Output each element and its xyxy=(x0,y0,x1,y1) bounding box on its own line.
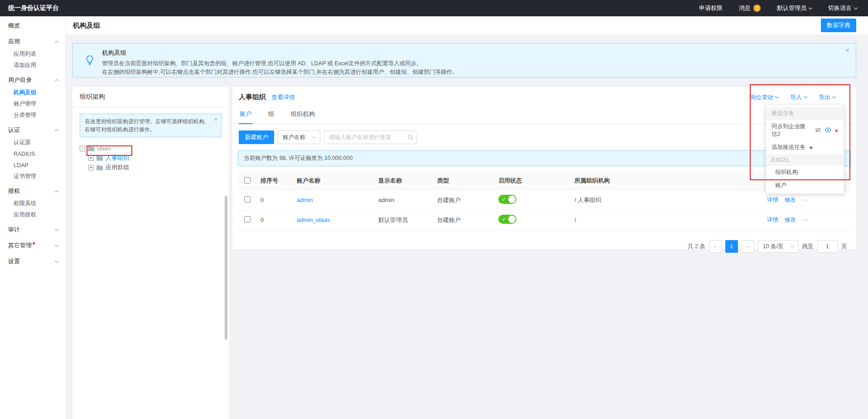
import-menu[interactable]: 导入 xyxy=(790,93,807,101)
table-row: 0 admin_idaas 默认管理员 自建账户 ✓ xyxy=(238,210,851,230)
sidebar-item-add-app[interactable]: 添加应用 xyxy=(0,60,65,71)
sidebar-group-user-directory[interactable]: 用户目录 xyxy=(0,73,65,87)
page-header: 机构及组 数据字典 xyxy=(66,16,868,34)
tab-accounts[interactable]: 账户 xyxy=(239,106,253,124)
detail-actions: 岗位变动 导入 导出 xyxy=(750,93,835,101)
delete-icon[interactable]: × xyxy=(834,128,838,134)
menu-item-export-org[interactable]: 组织机构 xyxy=(766,166,844,179)
account-name-link[interactable]: admin_idaas xyxy=(297,217,330,223)
view-details-link[interactable]: 查看详情 xyxy=(271,93,295,101)
account-search-input[interactable] xyxy=(324,130,417,144)
sidebar-group-other-mgmt[interactable]: 其它管理 xyxy=(0,239,65,252)
row-checkbox[interactable] xyxy=(244,216,251,222)
sidebar-group-authentication[interactable]: 认证 xyxy=(0,123,65,137)
folder-icon xyxy=(96,155,103,161)
chevron-down-icon xyxy=(809,5,812,9)
content: 机构及组 管理员在当前页面对组织架构、部门及其包含的组、账户进行管理,也可以使用… xyxy=(66,34,868,419)
sidebar-item-ldap[interactable]: LDAP xyxy=(0,159,65,171)
org-tip-box: 在这里对组织架构进行管理。左键可选择组织机构,右键可对组织机构进行操作。 × xyxy=(80,114,222,137)
sidebar-item-app-authorization[interactable]: 应用授权 xyxy=(0,209,65,221)
table-row: 0 admin admin 自建账户 ✓ / xyxy=(238,190,851,210)
position-change-menu[interactable]: 岗位变动 xyxy=(750,93,778,101)
tree-node-personnel-org[interactable]: + 人事组织 xyxy=(88,153,222,163)
scrollbar[interactable] xyxy=(225,196,227,340)
tree-node-root[interactable]: - idaas xyxy=(80,144,222,153)
sidebar-item-radius[interactable]: RADIUS xyxy=(0,148,65,159)
collapse-icon[interactable]: - xyxy=(80,146,85,151)
sidebar-group-audit[interactable]: 审计 xyxy=(0,223,65,236)
messages-link[interactable]: 消息 3 xyxy=(739,4,761,12)
org-structure-panel: 组织架构 在这里对组织架构进行管理。左键可选择组织机构,右键可对组织机构进行操作… xyxy=(72,87,229,419)
apply-permission-link[interactable]: 申请权限 xyxy=(699,4,723,12)
menu-item-add-push-task[interactable]: 添加推送任务 + xyxy=(766,141,844,154)
check-icon: ✓ xyxy=(502,216,506,223)
license-quota-notice: 当前账户数为 98, 许可证额度为 10,000,000 xyxy=(238,150,851,166)
expand-icon[interactable]: + xyxy=(88,155,94,161)
enabled-toggle[interactable]: ✓ xyxy=(498,195,516,204)
sidebar: 概览 应用 应用列表 添加应用 用户目录 机构及组 账户管理 分类管理 认证 认… xyxy=(0,16,66,419)
plus-icon[interactable]: + xyxy=(809,144,813,151)
accounts-table: 排序号 账户名称 显示名称 类型 启用状态 所属组织机构 操作 xyxy=(238,172,851,230)
row-checkbox[interactable] xyxy=(244,196,251,202)
sidebar-item-account-mgmt[interactable]: 账户管理 xyxy=(0,98,65,110)
sidebar-item-category-mgmt[interactable]: 分类管理 xyxy=(0,110,65,121)
export-menu[interactable]: 导出 xyxy=(819,93,835,101)
sidebar-item-permission-system[interactable]: 权限系统 xyxy=(0,198,65,209)
sidebar-item-cert-mgmt[interactable]: 证书管理 xyxy=(0,171,65,182)
check-icon: ✓ xyxy=(502,196,506,203)
close-icon[interactable]: × xyxy=(845,47,849,53)
data-dictionary-button[interactable]: 数据字典 xyxy=(821,19,856,32)
table-header-row: 排序号 账户名称 显示名称 类型 启用状态 所属组织机构 操作 xyxy=(238,172,851,190)
sync-icon[interactable] xyxy=(815,127,821,134)
language-menu[interactable]: 切换语言 xyxy=(828,4,857,12)
edit-link[interactable]: 修改 xyxy=(785,197,796,203)
sidebar-group-authorization[interactable]: 授权 xyxy=(0,184,65,198)
menu-item-export-accounts[interactable]: 账户 xyxy=(766,179,844,192)
page-size-select[interactable]: 10 条/页 xyxy=(758,240,799,253)
chevron-down-icon xyxy=(790,244,794,247)
chevron-down-icon xyxy=(312,135,316,138)
sidebar-item-overview[interactable]: 概览 xyxy=(0,19,65,33)
chevron-up-icon xyxy=(55,129,58,132)
detail-tabs: 账户 组 组织机构 xyxy=(232,106,856,124)
page-number-button[interactable]: 1 xyxy=(725,240,738,253)
eye-icon[interactable] xyxy=(825,127,831,134)
personnel-org-panel: 人事组织 查看详情 岗位变动 导入 导出 账户 组 组织机构 xyxy=(232,87,856,249)
menu-item-sync-wecom[interactable]: 同步到企业微信2 × xyxy=(766,120,844,141)
chevron-down-icon xyxy=(55,243,58,246)
sidebar-item-auth-source[interactable]: 认证源 xyxy=(0,137,65,148)
toggle-knob xyxy=(508,196,516,203)
sidebar-group-application[interactable]: 应用 xyxy=(0,35,65,48)
tree-children: + 人事组织 + 应用群组 xyxy=(88,153,222,172)
tab-org-structure[interactable]: 组织机构 xyxy=(290,106,316,124)
col-header-organization: 所属组织机构 xyxy=(571,172,763,190)
more-actions-button[interactable]: ··· xyxy=(802,217,809,223)
edit-link[interactable]: 修改 xyxy=(785,217,796,223)
tab-groups[interactable]: 组 xyxy=(267,106,275,124)
detail-link[interactable]: 详情 xyxy=(767,197,778,203)
detail-link[interactable]: 详情 xyxy=(767,217,778,223)
chevron-up-icon xyxy=(55,79,58,82)
prev-page-button[interactable]: ‹ xyxy=(709,240,722,253)
menu-item-icons: × xyxy=(815,127,838,134)
sidebar-item-org-and-groups[interactable]: 机构及组 xyxy=(0,87,65,98)
close-icon[interactable]: × xyxy=(214,116,217,122)
search-field-select[interactable]: 账户名称 xyxy=(278,130,320,144)
sidebar-item-app-list[interactable]: 应用列表 xyxy=(0,48,65,60)
expand-icon[interactable]: + xyxy=(88,165,94,170)
col-header-order: 排序号 xyxy=(257,172,293,190)
more-actions-button[interactable]: ··· xyxy=(802,197,809,203)
new-account-button[interactable]: 新建账户 xyxy=(239,130,274,144)
admin-user-menu[interactable]: 默认管理员 xyxy=(777,4,812,12)
menu-group-excel: EXCEL xyxy=(766,154,844,166)
next-page-button[interactable]: › xyxy=(742,240,754,253)
chevron-up-icon xyxy=(55,40,58,44)
jump-page-input[interactable] xyxy=(817,240,838,253)
select-all-checkbox[interactable] xyxy=(244,177,251,183)
tree-node-app-groups[interactable]: + 应用群组 xyxy=(88,163,222,172)
pagination: 共 2 条 ‹ 1 › 10 条/页 跳至 页 xyxy=(241,240,847,253)
enabled-toggle[interactable]: ✓ xyxy=(498,215,516,224)
export-dropdown-menu: 推送任务 同步到企业微信2 × 添加推送任务 + EXCEL 组织机构 账户 xyxy=(766,105,844,194)
account-name-link[interactable]: admin xyxy=(297,197,313,203)
sidebar-group-settings[interactable]: 设置 xyxy=(0,255,65,268)
